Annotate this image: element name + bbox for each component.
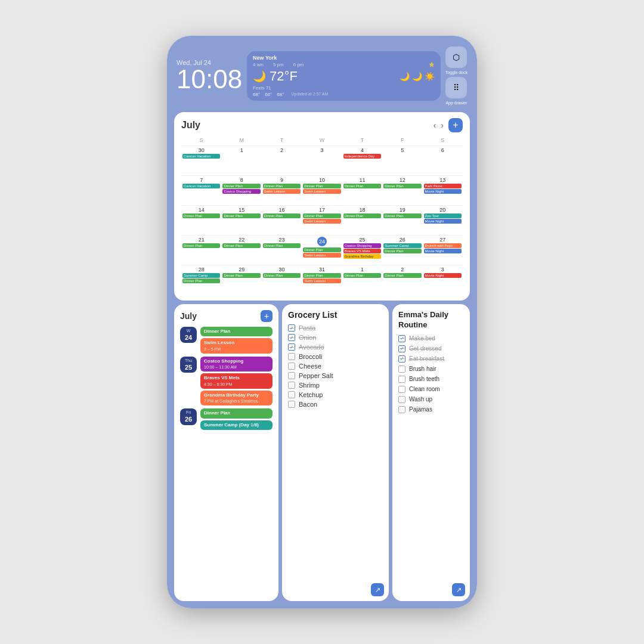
- calendar-cell[interactable]: 22Dinner Plan: [221, 236, 261, 265]
- calendar-event[interactable]: Costco Shopping: [343, 243, 381, 248]
- grocery-item[interactable]: ✓Onion: [288, 334, 383, 341]
- calendar-cell[interactable]: 16Dinner Plan: [262, 206, 302, 235]
- event-pill[interactable]: Grandma Birthday Party7 PM at Gallaghers…: [200, 391, 273, 405]
- calendar-event[interactable]: Dinner Plan: [263, 184, 301, 188]
- calendar-cell[interactable]: 10Dinner PlanSwim Lesson: [302, 176, 342, 205]
- routine-item[interactable]: ✓Get dressed: [398, 345, 464, 352]
- calendar-event[interactable]: Summer Camp: [383, 243, 421, 248]
- grocery-checkbox[interactable]: ✓: [288, 334, 295, 341]
- calendar-event[interactable]: Dinner Plan: [383, 213, 421, 218]
- calendar-add-button[interactable]: +: [448, 118, 463, 132]
- calendar-event[interactable]: Dinner Plan: [303, 213, 340, 218]
- calendar-event[interactable]: Movie Night: [424, 273, 462, 278]
- calendar-event[interactable]: Dinner Plan: [182, 278, 220, 283]
- calendar-cell[interactable]: 30Dinner Plan: [262, 265, 302, 295]
- routine-checkbox[interactable]: ✓: [398, 345, 405, 352]
- routine-item[interactable]: ✓Make bed: [398, 335, 464, 342]
- calendar-cell[interactable]: 2: [262, 146, 302, 175]
- calendar-event[interactable]: Dinner Plan: [182, 243, 220, 248]
- calendar-cell[interactable]: 1: [221, 146, 261, 175]
- calendar-event[interactable]: Grandma Birthday: [343, 254, 381, 259]
- calendar-cell[interactable]: 3Movie Night: [423, 265, 463, 295]
- calendar-event[interactable]: Movie Night: [424, 219, 462, 224]
- routine-checkbox[interactable]: [398, 366, 405, 373]
- calendar-event[interactable]: Brunch with Pops: [424, 243, 462, 248]
- calendar-cell[interactable]: 14Dinner Plan: [181, 206, 221, 235]
- calendar-cell[interactable]: 30Cancun Vacation: [181, 146, 221, 175]
- calendar-event[interactable]: Independence Day: [343, 154, 381, 159]
- calendar-event[interactable]: Dinner Plan: [303, 184, 340, 188]
- grocery-open-button[interactable]: ↗: [371, 583, 384, 596]
- calendar-cell[interactable]: 20Zoo TourMovie Night: [423, 206, 463, 235]
- calendar-event[interactable]: Zoo Tour: [424, 213, 462, 218]
- grocery-checkbox[interactable]: [288, 391, 295, 398]
- calendar-event[interactable]: Cancun Vacation: [182, 184, 220, 188]
- calendar-event[interactable]: Dinner Plan: [383, 273, 421, 278]
- routine-open-button[interactable]: ↗: [452, 583, 465, 596]
- event-pill[interactable]: Costco Shopping10:00 – 11:30 AM: [200, 357, 273, 371]
- grocery-checkbox[interactable]: [288, 363, 295, 370]
- calendar-cell[interactable]: 29Dinner Plan: [221, 265, 261, 295]
- grocery-checkbox[interactable]: [288, 372, 295, 379]
- calendar-cell[interactable]: 28Summer CampDinner Plan: [181, 265, 221, 295]
- app-drawer-button[interactable]: ⠿: [445, 77, 467, 98]
- calendar-event[interactable]: Swim Lesson: [263, 189, 301, 194]
- calendar-event[interactable]: Dinner Plan: [343, 213, 381, 218]
- calendar-cell[interactable]: 3: [302, 146, 342, 175]
- calendar-cell[interactable]: 8Dinner PlanCostco Shopping: [221, 176, 261, 205]
- calendar-cell[interactable]: 6: [423, 146, 463, 175]
- calendar-cell[interactable]: 27Brunch with PopsMovie Night: [423, 236, 463, 265]
- routine-checkbox[interactable]: [398, 386, 405, 393]
- calendar-event[interactable]: Dinner Plan: [263, 213, 301, 218]
- calendar-cell[interactable]: 5: [382, 146, 422, 175]
- routine-item[interactable]: Pajamas: [398, 406, 464, 413]
- calendar-event[interactable]: Dinner Plan: [303, 273, 340, 278]
- calendar-event[interactable]: Swim Lesson: [303, 189, 340, 194]
- calendar-event[interactable]: Costco Shopping: [222, 189, 260, 194]
- calendar-event[interactable]: Dinner Plan: [343, 273, 381, 278]
- calendar-next-button[interactable]: ›: [438, 119, 446, 131]
- routine-item[interactable]: Brush teeth: [398, 376, 464, 383]
- calendar-cell[interactable]: 7Cancun Vacation: [181, 176, 221, 205]
- grocery-item[interactable]: Pepper Salt: [288, 372, 383, 379]
- calendar-cell[interactable]: 11Dinner Plan: [342, 176, 382, 205]
- calendar-cell[interactable]: 2Dinner Plan: [382, 265, 422, 295]
- calendar-event[interactable]: Dinner Plan: [343, 184, 381, 188]
- event-pill[interactable]: Dinner Plan: [200, 408, 273, 418]
- calendar-event[interactable]: Dinner Plan: [222, 243, 260, 248]
- event-pill[interactable]: Summer Camp (Day 1/8): [200, 420, 273, 430]
- calendar-event[interactable]: Movie Night: [424, 189, 462, 194]
- calendar-cell[interactable]: 19Dinner Plan: [382, 206, 422, 235]
- calendar-cell[interactable]: 12Dinner Plan: [382, 176, 422, 205]
- routine-checkbox[interactable]: [398, 376, 405, 383]
- grocery-checkbox[interactable]: [288, 401, 295, 408]
- routine-item[interactable]: ✓Eat breakfast: [398, 355, 464, 363]
- calendar-event[interactable]: Dinner Plan: [383, 184, 421, 188]
- routine-item[interactable]: Brush hair: [398, 366, 464, 373]
- calendar-event[interactable]: Braves VS Mets: [343, 249, 381, 253]
- grocery-item[interactable]: Shrimp: [288, 382, 383, 389]
- event-pill[interactable]: Dinner Plan: [200, 327, 273, 336]
- calendar-event[interactable]: Summer Camp: [182, 273, 220, 278]
- calendar-prev-button[interactable]: ‹: [431, 119, 439, 131]
- calendar-cell[interactable]: 13Park PicnicMovie Night: [423, 176, 463, 205]
- routine-checkbox[interactable]: ✓: [398, 355, 405, 363]
- calendar-event[interactable]: Dinner Plan: [303, 247, 340, 252]
- calendar-event[interactable]: Cancun Vacation: [182, 154, 220, 159]
- calendar-event[interactable]: Swim Lesson: [303, 219, 340, 224]
- event-pill[interactable]: Braves VS Mets4:30 – 6:30 PM: [200, 373, 273, 388]
- grocery-item[interactable]: Broccoli: [288, 353, 383, 360]
- calendar-cell[interactable]: 17Dinner PlanSwim Lesson: [302, 206, 342, 235]
- routine-item[interactable]: Wash up: [398, 396, 464, 403]
- calendar-event[interactable]: Dinner Plan: [222, 273, 260, 278]
- calendar-cell[interactable]: 9Dinner PlanSwim Lesson: [262, 176, 302, 205]
- routine-item[interactable]: Clean room: [398, 386, 464, 393]
- calendar-event[interactable]: Movie Night: [424, 249, 462, 253]
- calendar-event[interactable]: Dinner Plan: [182, 213, 220, 218]
- calendar-event[interactable]: Dinner Plan: [383, 249, 421, 253]
- calendar-cell[interactable]: 4Independence Day: [342, 146, 382, 175]
- calendar-event[interactable]: Dinner Plan: [263, 273, 301, 278]
- grocery-checkbox[interactable]: ✓: [288, 324, 295, 332]
- routine-checkbox[interactable]: [398, 406, 405, 413]
- grocery-item[interactable]: ✓Avocado: [288, 343, 383, 351]
